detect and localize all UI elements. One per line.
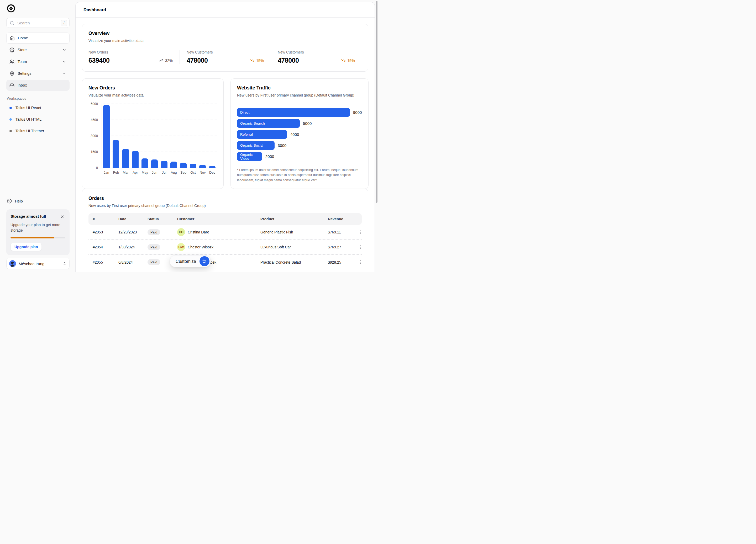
chevron-down-icon — [62, 60, 66, 64]
traffic-bar-organic-video: Organic Video — [237, 152, 262, 161]
order-id: #2054 — [93, 245, 118, 249]
x-axis-labels: JanFebMarAprMayJunJulAugSepOctNovDec — [102, 171, 217, 175]
traffic-bar-row: Organic Video2000 — [237, 152, 362, 161]
close-icon[interactable] — [59, 214, 65, 220]
bar-dec — [209, 166, 216, 168]
search-field[interactable]: / — [6, 18, 70, 28]
workspace-dot-icon — [9, 130, 12, 132]
bar-feb — [113, 140, 119, 168]
column-header-product: Product — [260, 217, 328, 221]
sidebar-item-settings[interactable]: Settings — [6, 68, 70, 79]
bar-apr — [132, 151, 139, 168]
customer-name: Chester Wisozk — [188, 245, 213, 249]
row-menu-icon[interactable] — [358, 229, 364, 235]
bar-nov — [199, 165, 206, 168]
table-row-2055[interactable]: #20556/8/2024PaidPKPaulette KovacekPract… — [88, 255, 362, 270]
page-header: Dashboard — [76, 2, 375, 18]
table-row-2053[interactable]: #205312/23/2023PaidCDCristina DareGeneri… — [88, 225, 362, 240]
column-header-customer: Customer — [177, 217, 260, 221]
status-badge: Paid — [148, 244, 160, 250]
traffic-bar-value: 3000 — [278, 143, 286, 148]
bar-aug — [170, 162, 177, 168]
traffic-bar-referral: Referral — [237, 130, 287, 139]
new-orders-chart-subtitle: Visualize your main activities data — [88, 93, 217, 98]
x-tick-label: Apr — [133, 171, 138, 175]
stat-new-orders: New Orders63940032% — [88, 50, 180, 64]
order-id: #2055 — [93, 260, 118, 265]
sidebar-item-label: Inbox — [18, 83, 27, 87]
upgrade-plan-button[interactable]: Upgrade plan — [11, 243, 42, 251]
users-icon — [9, 59, 14, 64]
main-panel: Dashboard Overview Visualize your main a… — [75, 2, 375, 272]
bar-jan — [103, 105, 110, 168]
orders-table-body: #205312/23/2023PaidCDCristina DareGeneri… — [88, 225, 362, 270]
storage-alert-title: Storage almost full — [11, 214, 46, 219]
workspace-dot-icon — [9, 118, 12, 121]
house-icon — [10, 36, 15, 41]
column-header-revenue: Revenue — [328, 217, 358, 221]
store-icon — [9, 48, 14, 52]
stat-delta-value: 15% — [347, 59, 355, 63]
column-header-status: Status — [148, 217, 177, 221]
traffic-bar-value: 4000 — [290, 132, 299, 137]
user-menu[interactable]: Méschac Irung — [6, 258, 70, 270]
product-name: Luxurious Soft Car — [260, 245, 328, 249]
scrollbar-thumb[interactable] — [376, 1, 377, 203]
chevron-down-icon — [62, 48, 66, 52]
sidebar-item-team[interactable]: Team — [6, 56, 70, 67]
workspace-item[interactable]: Tailus UI Themer — [6, 125, 70, 137]
sidebar-nav: HomeStoreTeamSettingsInbox — [6, 33, 70, 91]
sidebar-item-home[interactable]: Home — [6, 33, 70, 44]
stat-value: 478000 — [187, 57, 208, 64]
workspace-label: Tailus UI HTML — [15, 117, 41, 122]
row-menu-icon[interactable] — [358, 259, 364, 266]
stat-delta-value: 32% — [165, 59, 173, 63]
table-row-2054[interactable]: #20541/30/2024PaidCWChester WisozkLuxuri… — [88, 240, 362, 255]
customize-button[interactable]: Customize — [170, 255, 211, 267]
order-id: #2053 — [93, 230, 118, 234]
order-revenue: $769.11 — [328, 230, 358, 234]
sidebar-item-help[interactable]: Help — [6, 199, 70, 204]
bar-mar — [122, 149, 129, 168]
traffic-bar-row: Organic Social3000 — [237, 141, 362, 150]
sliders-icon — [199, 256, 209, 266]
workspace-dot-icon — [9, 107, 12, 109]
sidebar-item-label: Store — [18, 48, 27, 52]
stat-new-customers: New Customers47800015% — [271, 50, 362, 64]
traffic-bar-label: Organic Search — [240, 122, 265, 125]
new-orders-chart-title: New Orders — [88, 85, 217, 91]
x-tick-label: Feb — [113, 171, 119, 175]
y-tick-label: 1500 — [91, 150, 98, 154]
overview-card: Overview Visualize your main activities … — [82, 24, 368, 72]
row-menu-icon[interactable] — [358, 244, 364, 250]
x-tick-label: Nov — [199, 171, 206, 175]
sidebar-item-label: Settings — [18, 71, 31, 76]
overview-stats: New Orders63940032%New Customers47800015… — [88, 50, 362, 64]
bar-oct — [190, 164, 196, 168]
status-badge: Paid — [148, 259, 160, 265]
website-traffic-card: Website Traffic New users by First user … — [230, 78, 369, 189]
x-tick-label: Jul — [162, 171, 166, 175]
traffic-bar-label: Organic Video — [240, 153, 262, 161]
traffic-bar-row: Organic Search5000 — [237, 119, 362, 128]
y-tick-label: 4500 — [91, 118, 98, 122]
sidebar-item-store[interactable]: Store — [6, 44, 70, 55]
overview-subtitle: Visualize your main activities data — [88, 38, 362, 43]
product-name: Generic Plastic Fish — [260, 230, 328, 234]
sidebar-item-inbox[interactable]: Inbox — [6, 80, 70, 91]
search-input[interactable] — [17, 20, 58, 25]
storage-progress-bar — [11, 237, 65, 239]
search-icon — [10, 21, 14, 25]
bar-jul — [161, 161, 167, 168]
gear-icon — [9, 71, 14, 76]
new-orders-bar-chart: 01500300045006000 — [88, 104, 217, 168]
workspace-item[interactable]: Tailus UI HTML — [6, 114, 70, 125]
column-header-date: Date — [118, 217, 148, 221]
traffic-bar-label: Referral — [240, 133, 253, 136]
stat-delta-value: 15% — [256, 59, 264, 63]
orders-subtitle: New users by First user primary channel … — [88, 203, 362, 208]
chevrons-up-down-icon — [62, 262, 67, 266]
app-logo-icon[interactable] — [7, 4, 15, 13]
traffic-footnote: * Lorem ipsum dolor sit amet consectetur… — [237, 168, 362, 183]
workspace-item[interactable]: Tailus UI React — [6, 102, 70, 114]
